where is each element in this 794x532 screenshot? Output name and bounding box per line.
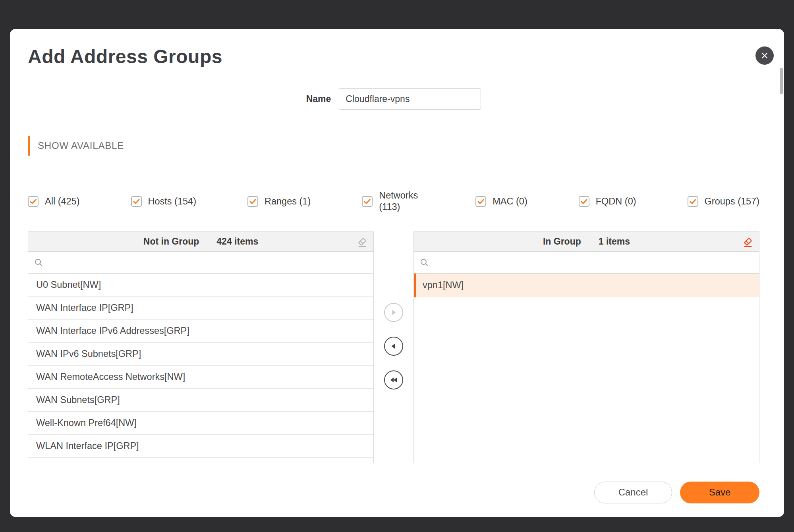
in-group-title: In Group xyxy=(543,236,581,247)
list-item[interactable]: WAN RemoteAccess Networks[NW] xyxy=(28,366,373,389)
move-right-button[interactable] xyxy=(384,303,403,322)
check-icon xyxy=(29,197,37,206)
check-icon xyxy=(477,197,485,206)
filter-checkbox-item[interactable]: FQDN (0) xyxy=(579,196,636,207)
filter-checkbox-item[interactable]: Networks (113) xyxy=(362,190,424,213)
transfer-panels: Not in Group 424 items xyxy=(28,231,759,463)
name-input[interactable] xyxy=(339,88,481,110)
list-item[interactable]: Well-Known Pref64[NW] xyxy=(28,412,373,435)
not-in-group-title: Not in Group xyxy=(143,236,199,247)
checkbox[interactable] xyxy=(247,196,258,207)
selected-list-item[interactable]: vpn1[NW] xyxy=(414,274,759,297)
filter-label: FQDN (0) xyxy=(596,196,636,207)
list-item-label: Well-Known Pref64[NW] xyxy=(36,418,137,428)
clear-not-in-group-button[interactable] xyxy=(356,236,369,249)
cancel-button[interactable]: Cancel xyxy=(594,482,672,503)
check-icon xyxy=(249,197,257,206)
move-all-left-icon xyxy=(389,375,398,385)
filter-label: MAC (0) xyxy=(493,196,527,207)
not-in-group-list: U0 Subnet[NW] WAN Interface IP[GRP] WAN … xyxy=(28,274,373,463)
filter-checkbox-item[interactable]: MAC (0) xyxy=(475,196,527,207)
show-available-label: SHOW AVAILABLE xyxy=(38,140,124,151)
list-item-label: WAN Interface IP[GRP] xyxy=(36,303,133,313)
search-icon xyxy=(419,258,429,267)
check-icon xyxy=(363,197,371,206)
filter-label: Groups (157) xyxy=(705,196,759,207)
list-item[interactable]: WLAN Interface IP[GRP] xyxy=(28,435,373,458)
close-button[interactable] xyxy=(755,46,774,65)
move-left-icon xyxy=(389,342,398,351)
eraser-icon xyxy=(357,237,368,248)
list-item-label: WAN IPv6 Subnets[GRP] xyxy=(36,349,141,359)
save-button[interactable]: Save xyxy=(680,482,759,503)
filter-label: All (425) xyxy=(45,196,80,207)
move-all-left-button[interactable] xyxy=(384,370,403,389)
not-in-group-count: 424 items xyxy=(216,236,258,247)
clear-in-group-button[interactable] xyxy=(742,236,754,249)
list-item-label: WAN Subnets[GRP] xyxy=(36,395,120,405)
eraser-icon xyxy=(742,237,753,248)
filter-label: Networks (113) xyxy=(379,190,424,213)
name-label: Name xyxy=(306,94,331,104)
show-available-section: SHOW AVAILABLE xyxy=(28,136,759,156)
list-item[interactable]: WAN Interface IPv6 Addresses[GRP] xyxy=(28,320,373,343)
checkbox[interactable] xyxy=(579,196,589,207)
close-icon xyxy=(761,52,769,60)
dialog-title: Add Address Groups xyxy=(28,46,759,67)
checkbox[interactable] xyxy=(475,196,486,207)
in-group-header: In Group 1 items xyxy=(414,232,759,252)
list-item[interactable]: WAN IPv6 Subnets[GRP] xyxy=(28,343,373,366)
not-in-group-panel: Not in Group 424 items xyxy=(28,231,374,463)
in-group-search-input[interactable] xyxy=(433,252,753,273)
not-in-group-search-input[interactable] xyxy=(47,252,368,273)
not-in-group-search xyxy=(28,252,373,274)
list-item-label: WAN RemoteAccess Networks[NW] xyxy=(36,372,185,382)
list-item[interactable]: U0 Subnet[NW] xyxy=(28,274,373,297)
filter-label: Hosts (154) xyxy=(148,196,196,207)
search-icon xyxy=(34,258,43,267)
list-item-label: vpn1[NW] xyxy=(423,280,464,291)
transfer-buttons xyxy=(374,231,413,463)
list-item[interactable]: WAN Interface IP[GRP] xyxy=(28,297,373,320)
checkbox[interactable] xyxy=(362,196,373,207)
filter-row: All (425) Hosts (154) Ranges (1) xyxy=(28,190,759,213)
check-icon xyxy=(689,197,697,206)
checkbox[interactable] xyxy=(28,196,39,207)
filter-checkbox-item[interactable]: Hosts (154) xyxy=(131,196,196,207)
not-in-group-header: Not in Group 424 items xyxy=(28,232,373,252)
list-item[interactable]: WAN Subnets[GRP] xyxy=(28,389,373,412)
move-left-button[interactable] xyxy=(384,337,403,356)
filter-checkbox-item[interactable]: Groups (157) xyxy=(688,196,759,207)
in-group-count: 1 items xyxy=(599,236,630,247)
list-item-label: WLAN Interface IP[GRP] xyxy=(36,441,139,451)
add-address-groups-dialog: Add Address Groups Name SHOW AVAILABLE A… xyxy=(10,29,784,517)
in-group-panel: In Group 1 items xyxy=(413,231,759,463)
check-icon xyxy=(580,197,588,206)
accent-bar xyxy=(28,136,30,156)
checkbox[interactable] xyxy=(131,196,142,207)
dialog-footer: Cancel Save xyxy=(28,482,759,503)
in-group-list: vpn1[NW] xyxy=(414,274,759,463)
move-right-icon xyxy=(389,308,398,317)
filter-label: Ranges (1) xyxy=(265,196,311,207)
check-icon xyxy=(132,197,141,206)
filter-checkbox-item[interactable]: Ranges (1) xyxy=(247,196,311,207)
list-item-label: U0 Subnet[NW] xyxy=(36,279,101,290)
list-item-label: WAN Interface IPv6 Addresses[GRP] xyxy=(36,326,189,336)
checkbox[interactable] xyxy=(688,196,698,207)
name-row: Name xyxy=(28,88,759,110)
in-group-search xyxy=(414,252,759,274)
filter-checkbox-item[interactable]: All (425) xyxy=(28,196,80,207)
